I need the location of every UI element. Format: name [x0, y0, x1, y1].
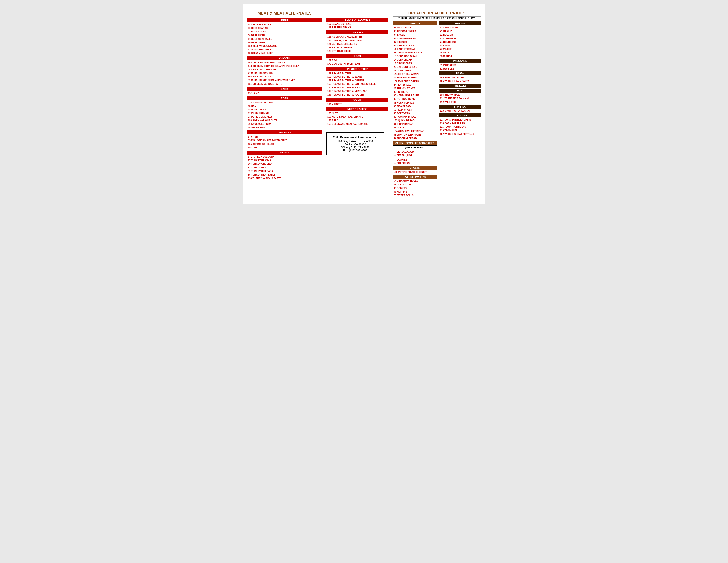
list-item: 77 TURKEY FRANKS	[247, 158, 322, 162]
list-item: 66 DONUTS	[393, 186, 437, 190]
rice-header: RICE	[439, 88, 481, 92]
list-item: 74 COUSCOUS	[439, 40, 481, 44]
list-item: 04 BAGEL	[393, 33, 437, 36]
list-item: 28 CHOW MEIN NOODLES	[393, 51, 437, 54]
office-phone: Office: ( 619) 427 - 4922	[331, 146, 379, 149]
lamb-header: LAMB	[247, 87, 322, 91]
list-item: 43 CANADIAN BACON	[247, 101, 322, 104]
bread-title: BREAD & BREAD ALTERNATES	[393, 11, 481, 15]
list-item: 81 PANCAKES	[439, 63, 481, 67]
list-item: 17 SAUSAGE - BEEF	[247, 48, 322, 51]
list-item: 44 RAISIN BREAD	[393, 122, 437, 126]
list-item: — CEREAL, COLD	[393, 150, 437, 153]
beef-subsection: BEEF 148 BEEF BOLOGNA 06 BEEF FRANKS 07 …	[247, 18, 322, 55]
list-item: 118 AMARANTH	[439, 26, 481, 29]
list-item: 47 PORK GROUND	[247, 111, 322, 115]
yogurt-header: YOGURT	[326, 98, 388, 102]
list-item: 134 YOGURT	[326, 102, 388, 106]
list-item: 65 FISH STICKS, APPROVED ONLY	[247, 138, 322, 142]
list-item: 114 CORN TORTILLAS	[439, 121, 481, 125]
list-item: 71 BARLEY	[439, 29, 481, 33]
beans-header: BEANS OR LEGUMES	[326, 18, 388, 22]
list-item: 131 EGG	[326, 58, 388, 62]
list-item: 18 CROISSANTS	[393, 62, 437, 65]
list-item: 133 PEANUT BUTTER & MEAT / ALT	[326, 89, 388, 93]
meat-section: MEAT & MEAT ALTERNATES BEEF 148 BEEF BOL…	[247, 11, 322, 197]
seafood-subsection: SEAFOOD 170 FISH 65 FISH STICKS, APPROVE…	[247, 130, 322, 149]
seafood-header: SEAFOOD	[247, 130, 322, 134]
address-line1: 180 Otay Lakes Rd. Suite 300	[331, 140, 379, 143]
list-item: 112 WILD RICE	[439, 100, 481, 104]
list-item: 112 REFRIED BEANS	[326, 26, 388, 29]
nuts-subsection: NUTS OR SEEDS 165 NUTS 167 NUTS & MEAT /…	[326, 107, 388, 126]
address-city: Bonita , CA 91902	[331, 143, 379, 146]
list-item: 117 CORN TORTILLA CHIPS	[439, 118, 481, 121]
list-item: 161 PEANUT BUTTER & CHEESE	[326, 79, 388, 82]
list-item: 72 BULGUR	[439, 33, 481, 36]
cereal-header: CEREAL / COOKIES / CRACKERS	[393, 141, 437, 145]
list-item: 02 FRITTERS	[393, 90, 437, 94]
list-item: 32 HOT DOG BUNS	[393, 97, 437, 101]
list-item: 45 ROLLS	[393, 126, 437, 129]
list-item: 143 CHICKEN CORN DOGS, APPROVED ONLY	[247, 64, 322, 68]
seafood-items: 170 FISH 65 FISH STICKS, APPROVED ONLY 1…	[247, 135, 322, 149]
list-item: 164 WHOLE WHEAT BREAD	[393, 129, 437, 133]
list-item: 20 DATE NUT BREAD	[393, 65, 437, 69]
list-item: 64 CINNAMON ROLLS	[393, 179, 437, 182]
list-item: 165 NUTS	[326, 111, 388, 115]
list-item: 113 STUFFING / DRESSING	[439, 109, 481, 113]
beef-items: 148 BEEF BOLOGNA 06 BEEF FRANKS 07 BEEF …	[247, 23, 322, 55]
list-item: 151 CHICKEN VARIOUS PARTS	[247, 82, 322, 86]
chicken-items: 164 CHICKEN BOLOGNA * HF, HS 143 CHICKEN…	[247, 61, 322, 86]
list-item: 24 FLAT BREAD	[393, 83, 437, 86]
list-item: 54 ZUCCHINI BREAD	[393, 136, 437, 140]
list-item: 165 WHOLE GRAIN PASTA	[439, 79, 481, 83]
list-item: 172 EGG CUSTARD OR FLAN	[326, 62, 388, 66]
list-item: 18 STEW MEAT - BEEF	[247, 51, 322, 55]
list-item: 164 CHICKEN BOLOGNA * HF, HS	[247, 61, 322, 64]
list-item: 11 BEEF MEATBALLS	[247, 37, 322, 41]
list-item: 85 TURKEY MEATBALLS	[247, 173, 322, 176]
list-item: 63 PIZZA CRUST	[393, 108, 437, 111]
list-item: 82 WAFFLES	[439, 67, 481, 70]
list-item: 01 APPLE BREAD	[393, 26, 437, 29]
crusts-header: CRUSTS	[393, 166, 437, 170]
list-item: 08 BREAD STICKS	[393, 44, 437, 47]
pancakes-header: PANCAKES	[439, 59, 481, 63]
list-item: 07 BEEF GROUND	[247, 30, 322, 33]
grains-header: GRAINS	[439, 21, 481, 25]
list-item: 147 PEANUT BUTTER & YOGURT	[326, 93, 388, 96]
list-item: 130 POT PIE / QUICHE CRUST	[393, 170, 437, 174]
fax-number: Fax: (619) 205-6265	[331, 149, 379, 152]
list-item: 162 ENRICHED BREAD	[393, 79, 437, 83]
bread-grains-row: BREADS 01 APPLE BREAD 03 APRICOT BREAD 0…	[393, 21, 481, 197]
turkey-items: 171 TURKEY BOLOGNA 77 TURKEY FRANKS 80 T…	[247, 155, 322, 180]
list-item: 106 BROWN RICE	[439, 93, 481, 96]
list-item: 82 TURKEY KIELBASA	[247, 169, 322, 173]
cheeses-subsection: CHEESES 116 AMERICAN CHEESE HF, HS 158 C…	[326, 30, 388, 53]
list-item: 58 SPARE RIBS	[247, 126, 322, 129]
pastry-header: PASTRY / MUFFINS	[393, 175, 437, 179]
list-item: 168 SEEDS AND MEAT / ALTERNATE	[326, 122, 388, 126]
list-item: 158 CHEESE, HARD / NATURAL	[326, 39, 388, 42]
beans-subsection: BEANS OR LEGUMES 157 BEANS OR PEAS 112 R…	[326, 18, 388, 29]
list-item: 152 LAMB	[247, 91, 322, 95]
list-item: 30 CHICKEN LIVER *	[247, 75, 322, 78]
bread-section: BREAD & BREAD ALTERNATES ** FIRST INGRED…	[393, 11, 481, 197]
first-ingredient-note: ** FIRST INGREDIENT MUST BE ENRICHED OR …	[393, 16, 481, 20]
list-item: 16 CORN DOG WRAP	[393, 54, 437, 58]
lamb-subsection: LAMB 152 LAMB	[247, 87, 322, 95]
page: MEAT & MEAT ALTERNATES BEEF 148 BEEF BOL…	[243, 4, 485, 203]
pork-subsection: PORK 43 CANADIAN BACON 48 HAM 44 PORK CH…	[247, 96, 322, 129]
list-item: 170 FISH	[247, 135, 322, 138]
list-item: 116 TACO SHELL	[439, 128, 481, 132]
list-item: 116 AMERICAN CHEESE HF, HS	[326, 35, 388, 38]
list-item: 21 DUMPLINGS	[393, 69, 437, 72]
list-item: 14 CORNBREAD	[393, 58, 437, 62]
list-item: 38 PITA BREAD	[393, 104, 437, 108]
list-item: 08 BEEF LIVER	[247, 34, 322, 37]
list-item: 40 POPOVERS	[393, 111, 437, 115]
eggs-header: EGGS	[326, 54, 388, 58]
list-item: 70 SWEET ROLLS	[393, 193, 437, 197]
list-item: 163 PEANUT BUTTER & BEANS	[326, 75, 388, 79]
